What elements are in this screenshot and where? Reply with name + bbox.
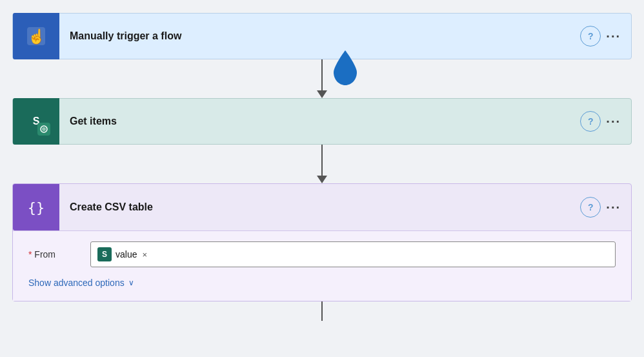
trigger-help-button[interactable]: ?: [580, 26, 601, 46]
from-label: * From: [28, 249, 80, 260]
chip-sharepoint-icon: S: [97, 247, 112, 261]
hand-icon: ☝: [25, 25, 48, 48]
from-field-row: * From S value ×: [28, 241, 616, 267]
trigger-block: ☝ Manually trigger a flow ? ···: [12, 13, 632, 59]
get-items-help-icon: ?: [588, 116, 594, 127]
create-csv-help-button[interactable]: ?: [580, 197, 601, 218]
water-drop: [330, 48, 361, 89]
create-csv-label: Create CSV table: [59, 201, 580, 213]
create-csv-actions: ? ···: [580, 197, 631, 218]
from-input-field[interactable]: S value ×: [90, 241, 616, 267]
create-csv-body: * From S value × Show advanced options ∨: [13, 230, 631, 301]
connector-2: [317, 145, 327, 183]
create-csv-more-icon: ···: [606, 200, 621, 214]
show-advanced-label: Show advanced options: [28, 278, 125, 288]
get-items-more-button[interactable]: ···: [606, 115, 621, 128]
get-items-block: S Get items ? ···: [12, 98, 632, 145]
trigger-more-button[interactable]: ···: [606, 30, 621, 43]
sp-logo-overlay: [37, 123, 50, 136]
csvtable-icon-wrapper: {}: [13, 184, 59, 230]
create-csv-block: {} Create CSV table ? ··· * From: [12, 183, 632, 301]
trigger-help-icon: ?: [588, 31, 594, 41]
get-items-more-icon: ···: [606, 114, 621, 128]
trigger-more-icon: ···: [606, 29, 621, 43]
trigger-actions: ? ···: [580, 26, 631, 46]
connector-1-arrow: [317, 90, 327, 98]
value-chip: S value ×: [97, 247, 147, 261]
get-items-label: Get items: [59, 116, 580, 127]
chip-close-button[interactable]: ×: [142, 250, 147, 260]
connector-2-arrow: [317, 176, 327, 183]
trigger-label: Manually trigger a flow: [59, 30, 580, 42]
sharepoint-logo: S: [23, 108, 49, 134]
connector-1-line: [321, 59, 323, 90]
getitems-icon-wrapper: S: [13, 98, 59, 145]
chevron-down-icon: ∨: [128, 278, 134, 287]
svg-text:☝: ☝: [28, 28, 46, 45]
connector-1: [317, 59, 327, 98]
show-advanced-button[interactable]: Show advanced options ∨: [28, 278, 134, 288]
bottom-connector: [321, 301, 323, 321]
get-items-actions: ? ···: [580, 111, 631, 132]
create-csv-help-icon: ?: [588, 202, 594, 212]
connector-2-line: [321, 145, 323, 176]
create-csv-header: {} Create CSV table ? ···: [13, 184, 631, 230]
create-csv-more-button[interactable]: ···: [606, 201, 621, 214]
trigger-icon-wrapper: ☝: [13, 13, 59, 59]
svg-text:{}: {}: [28, 199, 45, 216]
chip-text: value: [116, 249, 137, 260]
data-operations-icon: {}: [25, 196, 48, 219]
flow-canvas: ☝ Manually trigger a flow ? ··· S: [26, 13, 618, 321]
required-star: *: [28, 249, 34, 260]
get-items-help-button[interactable]: ?: [580, 111, 601, 132]
